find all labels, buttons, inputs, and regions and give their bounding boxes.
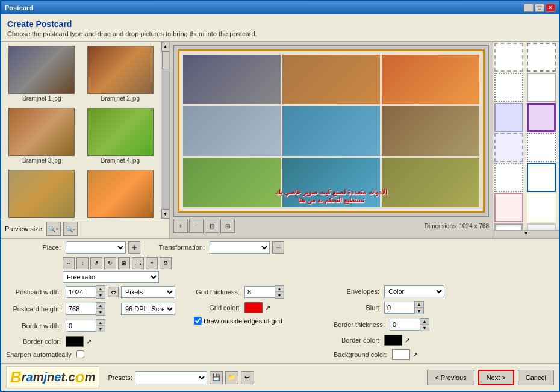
transformation-dropdown[interactable] [210, 241, 270, 254]
icon-grid[interactable]: ⋮⋮ [132, 257, 144, 269]
scroll-down-button[interactable]: ▼ [161, 209, 170, 219]
zoom-in-preview-button[interactable]: + [173, 219, 188, 233]
list-item[interactable]: Bramjnet 5.jpg [4, 168, 80, 219]
scroll-up-button[interactable]: ▲ [161, 42, 170, 51]
frames-scroll-down[interactable]: ▼ [524, 231, 529, 238]
bt-up[interactable]: ▲ [420, 319, 429, 325]
dimensions-label: Dimensions: 1024 x 768 [425, 223, 489, 229]
load-preset-button[interactable]: 📁 [225, 371, 238, 384]
frame-item[interactable] [494, 43, 523, 72]
bw-down[interactable]: ▼ [96, 326, 105, 332]
bt-down[interactable]: ▼ [420, 325, 429, 331]
maximize-button[interactable]: □ [535, 4, 544, 12]
cancel-button[interactable]: Cancel [518, 370, 554, 385]
width-spinner[interactable]: ▲ ▼ [96, 285, 105, 299]
left-panel: Bramjnet 1.jpg Bramjnet 2.jpg Bramjnet 3… [1, 42, 170, 238]
add-place-button[interactable]: + [128, 241, 140, 254]
frame-item[interactable] [527, 43, 556, 72]
previous-button[interactable]: < Previous [427, 370, 474, 385]
list-item[interactable]: Bramjnet 6.jpg [82, 168, 159, 219]
presets-dropdown[interactable] [135, 371, 207, 384]
blur-spinner[interactable]: ▲ ▼ [414, 301, 424, 314]
frame-item[interactable] [494, 73, 523, 102]
fit-button[interactable]: ⊡ [205, 219, 219, 233]
border-color-r-swatch[interactable] [384, 335, 402, 346]
border-thickness-spinner[interactable]: ▲ ▼ [420, 318, 429, 331]
envelopes-dropdown[interactable]: Color [384, 285, 444, 297]
frame-item[interactable] [527, 133, 556, 162]
zoom-out-preview-button[interactable]: − [189, 219, 204, 233]
grid-thickness-spinner[interactable]: ▲ ▼ [275, 285, 284, 299]
draw-outside-label[interactable]: Draw outside edges of grid [194, 317, 282, 325]
gt-down[interactable]: ▼ [275, 292, 284, 298]
border-color-r-pick[interactable]: ↗ [405, 337, 410, 344]
next-button[interactable]: Next > [478, 370, 514, 385]
height-input[interactable] [66, 303, 96, 315]
bw-up[interactable]: ▲ [96, 320, 105, 326]
ratio-dropdown[interactable]: Free ratio [63, 271, 159, 283]
grid-thickness-input[interactable] [244, 286, 275, 298]
thumbnail [8, 108, 75, 156]
border-color-pick-button[interactable]: ↗ [86, 338, 92, 346]
frame-item[interactable] [527, 103, 556, 132]
nav-buttons: < Previous Next > Cancel [427, 370, 554, 385]
icon-align[interactable]: ≡ [146, 257, 158, 269]
border-width-input[interactable] [66, 320, 96, 332]
sharpen-auto-label: Sharpen automatically [6, 351, 74, 358]
list-item[interactable]: Bramjnet 4.jpg [82, 106, 159, 166]
height-up[interactable]: ▲ [96, 303, 105, 309]
postcard-cell [382, 158, 479, 207]
width-up[interactable]: ▲ [96, 286, 105, 292]
image-list-scrollbar[interactable]: ▲ ▼ [161, 42, 169, 219]
title-controls[interactable]: _ □ ✕ [524, 4, 555, 12]
border-width-spinner[interactable]: ▲ ▼ [96, 319, 105, 332]
icon-flip-v[interactable]: ↕ [76, 257, 89, 269]
zoom-in-button[interactable]: 🔍+ [46, 222, 61, 236]
border-color-swatch[interactable] [66, 336, 84, 347]
icon-settings[interactable]: ⚙ [160, 257, 172, 269]
unit-dropdown[interactable]: Pixels [121, 286, 175, 298]
place-dropdown[interactable] [66, 241, 126, 254]
frame-item[interactable] [494, 223, 523, 230]
gt-up[interactable]: ▲ [275, 286, 284, 292]
height-label: Postcard height: [6, 305, 63, 313]
frame-item[interactable] [494, 103, 523, 132]
width-input[interactable] [66, 286, 96, 298]
height-spinner[interactable]: ▲ ▼ [96, 302, 105, 316]
blur-down[interactable]: ▼ [415, 308, 423, 314]
border-thickness-input[interactable] [390, 319, 420, 331]
icon-crop[interactable]: ⊞ [118, 257, 130, 269]
delete-preset-button[interactable]: ↩ [241, 371, 254, 384]
list-item[interactable]: Bramjnet 3.jpg [4, 106, 80, 166]
grid-color-pick-button[interactable]: ↗ [265, 304, 270, 312]
draw-outside-checkbox[interactable] [194, 317, 202, 325]
width-down[interactable]: ▼ [96, 292, 105, 298]
grid-color-swatch[interactable] [244, 302, 263, 313]
height-down[interactable]: ▼ [96, 309, 105, 315]
list-item[interactable]: Bramjnet 2.jpg [82, 44, 159, 104]
list-item[interactable]: Bramjnet 1.jpg [4, 44, 80, 104]
blur-up[interactable]: ▲ [415, 302, 423, 308]
dpi-dropdown[interactable]: 96 DPI - Screen [121, 303, 175, 315]
add-transform-button[interactable]: − [272, 241, 284, 254]
icon-rotate-l[interactable]: ↺ [90, 257, 102, 269]
save-preset-button[interactable]: 💾 [210, 371, 223, 384]
background-color-swatch[interactable] [392, 349, 410, 360]
link-dimensions-button[interactable]: ⇔ [108, 287, 119, 297]
frame-item[interactable] [527, 73, 556, 102]
icon-flip-h[interactable]: ↔ [63, 257, 75, 269]
frame-item[interactable] [494, 193, 523, 222]
icon-rotate-r[interactable]: ↻ [104, 257, 116, 269]
frame-item[interactable] [527, 193, 556, 222]
frame-item-selected[interactable] [527, 163, 556, 192]
background-color-pick[interactable]: ↗ [412, 351, 418, 359]
minimize-button[interactable]: _ [524, 4, 534, 12]
frame-item[interactable] [494, 133, 523, 162]
blur-input[interactable] [384, 302, 414, 314]
actual-size-button[interactable]: ⊞ [220, 219, 235, 233]
sharpen-auto-checkbox[interactable] [76, 350, 84, 358]
frame-item[interactable] [494, 163, 523, 192]
close-button[interactable]: ✕ [546, 4, 555, 12]
frame-item[interactable] [527, 223, 556, 230]
zoom-out-button[interactable]: 🔍- [63, 222, 78, 236]
